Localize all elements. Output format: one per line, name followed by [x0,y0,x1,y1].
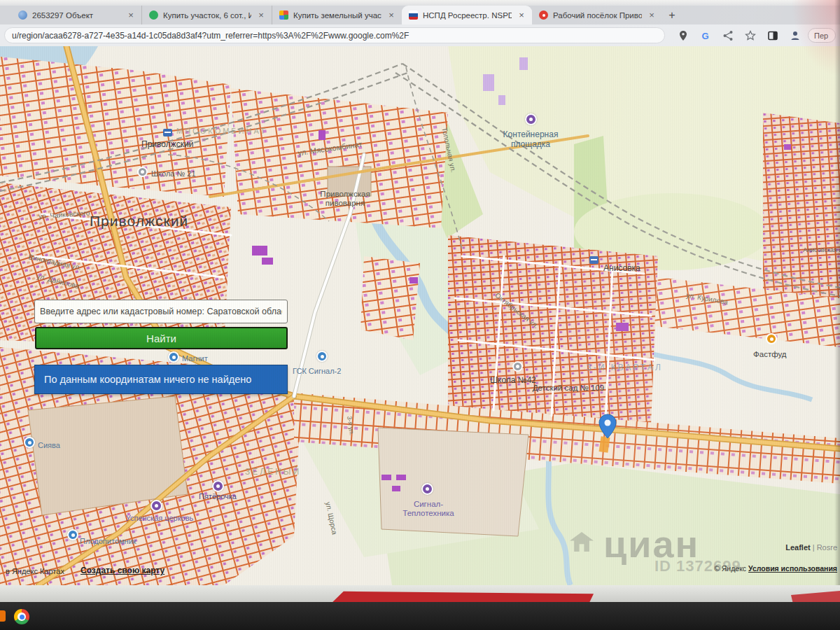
tab-object[interactable]: 2653297 Объект × [11,6,141,24]
share-icon[interactable] [722,30,734,41]
map-label-anisovka: Анисовка [603,263,640,273]
leaf-icon [149,10,158,20]
ru-flag-icon [409,10,418,20]
tab-kupit-uchastok[interactable]: Купить участок, 6 сот., ИЖС × [141,6,272,24]
terms-link[interactable]: Условия использования [748,564,837,573]
side-panel-icon[interactable] [767,30,778,41]
tab-kupit-zemelny[interactable]: Купить земельный участок × [272,6,402,24]
google-icon[interactable]: G [700,30,711,41]
cian-icon [279,10,288,20]
map-label-brewery: Приволжская пивоварня [300,190,391,208]
close-icon[interactable]: × [126,10,136,20]
map-label-magnit: Магнит [182,354,208,363]
map-viewport[interactable]: Приволжский Приволжский Школа № 21 ул. М… [0,46,840,585]
globe-icon [18,10,27,20]
tab-bar: 2653297 Объект × Купить участок, 6 сот.,… [0,6,840,24]
browser-window: 2653297 Объект × Купить участок, 6 сот.,… [0,0,840,601]
chrome-taskbar-icon[interactable] [14,609,29,624]
yandex-maps-note: в Яндекс Картах [6,567,64,575]
map-label-gsk: ГСК Сигнал-2 [293,367,341,375]
map-pin-icon [539,10,548,20]
tab-title: Купить земельный участок [293,11,382,20]
factory-icon [421,483,433,495]
school-icon [137,167,148,177]
url-input[interactable]: u/region/acaa6278-a727-4e35-a14d-1c05da8… [4,27,665,43]
map-label-container: Контейнерная площадка [484,130,577,150]
garage-coop-icon [316,351,328,362]
leaflet-attribution: Leaflet | Rosre [785,543,837,552]
search-input[interactable] [34,300,288,323]
taskbar-icon-partial [0,610,6,622]
not-found-notice: По данным координатам ничего не найдено [34,365,288,394]
store-icon [168,351,179,363]
poi-icon [24,437,35,448]
map-label-station: Приволжский [141,139,193,149]
map-label-pyaterochka: Пятёрочка [199,492,237,500]
map-label-church: Успенская церковь [125,514,195,523]
screen-edge-shadow [834,0,840,601]
map-label-pitomnik: Плодопитомник [80,537,136,545]
close-icon[interactable]: × [386,10,396,20]
tab-title: 2653297 Объект [32,11,121,20]
toolbar-icons: G [678,30,801,41]
map-label-kindergarten: Детский сад № 109 [529,384,608,393]
screen-bezel-top [0,0,840,6]
close-icon[interactable]: × [256,10,266,20]
close-icon[interactable]: × [647,10,657,20]
school-icon [512,361,523,372]
map-label-siyava: Сиява [38,441,60,449]
photographed-laptop-screen: 2653297 Объект × Купить участок, 6 сот.,… [0,0,840,630]
tab-nspd-rosreestr-active[interactable]: НСПД Росреестр. NSPD пуб × [402,6,532,24]
tab-rabochy-posyolok[interactable]: Рабочий посёлок Привол × [532,6,662,24]
rail-station-icon [589,256,598,264]
tab-title: Купить участок, 6 сот., ИЖС [163,11,251,20]
tab-title: Рабочий посёлок Привол [553,11,642,20]
tab-title: НСПД Росреестр. NSPD пуб [423,11,512,20]
store-icon [212,480,224,492]
map-label-signal-teplo: Сигнал-Теплотехника [389,500,468,518]
profile-icon[interactable] [790,30,801,41]
yandex-attribution: © Яндекс Условия использования [714,564,837,573]
bookmark-star-icon[interactable] [745,30,756,41]
laptop-base [0,602,840,630]
find-button[interactable]: Найти [35,327,288,349]
location-marker[interactable] [598,414,617,439]
fastfood-icon [766,333,777,344]
map-label-town: Приволжский [90,213,188,230]
create-map-link[interactable]: Создать свою карту [80,566,164,575]
new-tab-button[interactable]: + [662,6,682,24]
toolbar: u/region/acaa6278-a727-4e35-a14d-1c05da8… [0,24,840,46]
map-label-area: МЯСОКОМБИНАТ [176,127,267,135]
map-label-kvartal3: 3-Й КВАРТАЛ [587,363,663,372]
location-pin-icon[interactable] [678,30,689,41]
profile-chip[interactable]: Пер [808,28,836,43]
close-icon[interactable]: × [517,10,526,20]
rail-station-icon [163,129,172,136]
map-label-fastfood: Фастфуд [753,350,787,358]
nursery-icon [67,529,78,540]
church-icon [150,500,162,512]
container-site-icon [525,113,537,125]
map-label-school21: Школа № 21 [151,169,196,178]
svg-text:G: G [702,30,709,41]
map-label-zeleny: ЗЕЛЕНЫЙ [245,467,301,477]
